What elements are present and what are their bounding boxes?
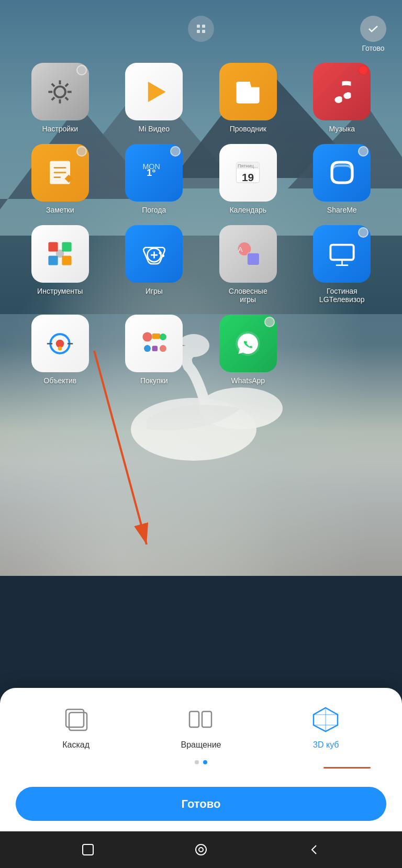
app-lens[interactable]: Объектив	[16, 315, 105, 385]
app-wordgames[interactable]: A Словесные игры	[204, 225, 293, 305]
app-lgtv[interactable]: Гостиная LGТелевизор	[298, 225, 387, 305]
svg-rect-33	[49, 242, 58, 251]
app-files[interactable]: Проводник	[204, 63, 293, 133]
lgtv-badge	[358, 227, 368, 238]
app-games[interactable]: Игры	[110, 225, 199, 305]
svg-marker-22	[148, 82, 166, 102]
app-weather[interactable]: 1° MON Погода	[110, 144, 199, 215]
svg-point-37	[56, 250, 64, 258]
svg-line-20	[65, 83, 68, 86]
app-shareme[interactable]: ShareMe	[298, 144, 387, 215]
svg-point-51	[58, 346, 62, 350]
svg-rect-58	[152, 346, 157, 351]
app-settings[interactable]: Настройки	[16, 63, 105, 133]
svg-rect-12	[202, 30, 205, 33]
home-button[interactable]	[193, 842, 209, 858]
app-notes[interactable]: Заметки	[16, 144, 105, 215]
svg-text:MON: MON	[142, 162, 160, 171]
app-mivideo[interactable]: Mi Видео	[110, 63, 199, 133]
svg-rect-71	[83, 844, 93, 855]
svg-line-18	[52, 83, 54, 86]
home-screen: Готово	[0, 0, 402, 555]
svg-point-13	[54, 86, 65, 97]
svg-rect-44	[247, 253, 259, 265]
svg-text:19: 19	[242, 172, 254, 184]
svg-line-19	[65, 97, 68, 99]
svg-line-21	[52, 97, 54, 99]
cascade-icon	[60, 704, 92, 735]
svg-point-41	[159, 252, 161, 254]
svg-rect-34	[62, 242, 72, 251]
app-shopping[interactable]: Покупки	[110, 315, 199, 385]
svg-rect-36	[62, 255, 72, 265]
app-music[interactable]: Музыка	[298, 63, 387, 133]
svg-rect-66	[202, 711, 211, 727]
svg-point-54	[142, 332, 152, 341]
done-top-button[interactable]: Готово	[360, 16, 386, 52]
svg-text:Пятниц...: Пятниц...	[238, 164, 258, 169]
app-whatsapp[interactable]: WhatsApp	[204, 315, 293, 385]
recent-apps-button[interactable]	[80, 842, 96, 858]
transition-options: Каскад Вращение 3D куб	[16, 704, 386, 750]
app-tools[interactable]: Инструменты	[16, 225, 105, 305]
transition-cascade[interactable]: Каскад	[60, 704, 92, 750]
svg-point-59	[160, 345, 166, 352]
svg-rect-35	[49, 255, 58, 265]
svg-rect-11	[197, 30, 200, 33]
svg-rect-65	[189, 711, 199, 727]
svg-point-57	[144, 345, 151, 352]
transition-rotation[interactable]: Вращение	[181, 704, 221, 750]
bottom-sheet: Каскад Вращение 3D куб	[0, 688, 402, 831]
navigation-bar	[0, 831, 402, 868]
svg-rect-46	[330, 245, 353, 260]
svg-point-42	[162, 254, 164, 257]
cube3d-icon	[310, 704, 342, 735]
svg-rect-9	[197, 25, 200, 28]
svg-rect-55	[152, 333, 160, 339]
svg-text:A: A	[238, 246, 243, 253]
settings-badge	[76, 65, 87, 75]
svg-point-73	[199, 848, 203, 852]
svg-point-72	[196, 844, 206, 855]
app-calendar[interactable]: 19 Пятниц... Календарь	[204, 144, 293, 215]
weather-badge	[170, 146, 181, 157]
active-indicator-line	[323, 767, 371, 769]
page-indicators	[16, 760, 386, 764]
whatsapp-badge	[264, 317, 275, 327]
svg-rect-10	[202, 25, 205, 28]
transition-3dcube[interactable]: 3D куб	[310, 704, 342, 750]
shareme-badge	[358, 146, 368, 157]
app-grid: Настройки Mi Видео Проводник	[16, 63, 386, 385]
top-bar: Готово	[16, 10, 386, 58]
svg-point-56	[160, 333, 166, 340]
dot-2	[203, 760, 207, 764]
notes-badge	[76, 146, 87, 157]
rotation-icon	[185, 704, 217, 735]
dot-1	[195, 760, 199, 764]
done-button[interactable]: Готово	[16, 787, 386, 821]
back-button[interactable]	[306, 842, 322, 858]
